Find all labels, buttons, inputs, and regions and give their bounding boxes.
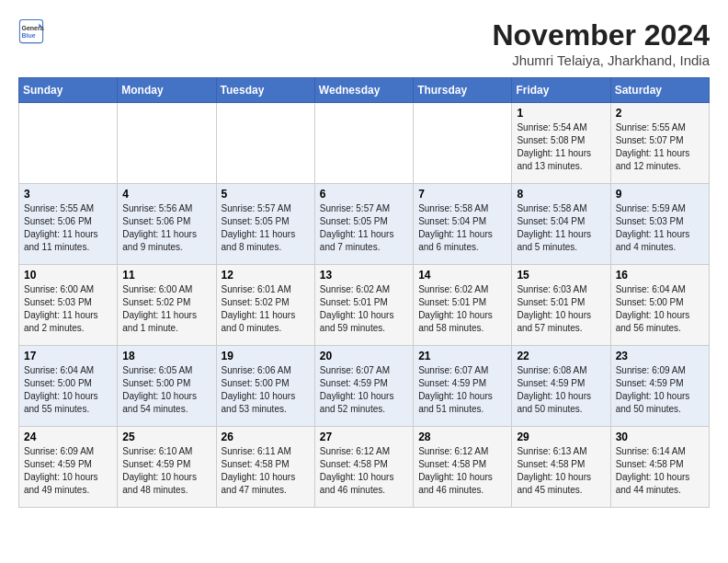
day-number: 29	[517, 431, 605, 443]
calendar-cell: 18Sunrise: 6:05 AM Sunset: 5:00 PM Dayli…	[118, 346, 216, 427]
day-info: Sunrise: 5:58 AM Sunset: 5:04 PM Dayligh…	[418, 202, 506, 254]
day-info: Sunrise: 5:57 AM Sunset: 5:05 PM Dayligh…	[222, 202, 310, 254]
day-info: Sunrise: 6:01 AM Sunset: 5:02 PM Dayligh…	[222, 283, 310, 335]
day-info: Sunrise: 6:06 AM Sunset: 5:00 PM Dayligh…	[222, 364, 310, 416]
week-row-4: 17Sunrise: 6:04 AM Sunset: 5:00 PM Dayli…	[19, 346, 710, 427]
day-info: Sunrise: 6:05 AM Sunset: 5:00 PM Dayligh…	[122, 364, 210, 416]
day-info: Sunrise: 6:13 AM Sunset: 4:58 PM Dayligh…	[517, 445, 605, 497]
svg-text:Blue: Blue	[22, 32, 36, 39]
day-info: Sunrise: 6:12 AM Sunset: 4:58 PM Dayligh…	[320, 445, 408, 497]
day-number: 17	[24, 350, 112, 362]
week-row-5: 24Sunrise: 6:09 AM Sunset: 4:59 PM Dayli…	[19, 427, 710, 508]
day-info: Sunrise: 6:09 AM Sunset: 4:59 PM Dayligh…	[24, 445, 112, 497]
day-info: Sunrise: 6:04 AM Sunset: 5:00 PM Dayligh…	[24, 364, 112, 416]
calendar-cell: 24Sunrise: 6:09 AM Sunset: 4:59 PM Dayli…	[19, 427, 118, 508]
calendar-cell: 19Sunrise: 6:06 AM Sunset: 5:00 PM Dayli…	[216, 346, 314, 427]
day-number: 25	[122, 431, 210, 443]
day-info: Sunrise: 5:59 AM Sunset: 5:03 PM Dayligh…	[616, 202, 704, 254]
day-number: 4	[122, 188, 210, 201]
day-info: Sunrise: 6:14 AM Sunset: 4:58 PM Dayligh…	[616, 445, 704, 497]
calendar-cell: 1Sunrise: 5:54 AM Sunset: 5:08 PM Daylig…	[512, 103, 610, 184]
calendar-cell: 2Sunrise: 5:55 AM Sunset: 5:07 PM Daylig…	[610, 103, 709, 184]
week-row-1: 1Sunrise: 5:54 AM Sunset: 5:08 PM Daylig…	[19, 103, 710, 184]
calendar-cell	[414, 103, 512, 184]
header-thursday: Thursday	[414, 78, 512, 103]
calendar-cell: 13Sunrise: 6:02 AM Sunset: 5:01 PM Dayli…	[314, 265, 413, 346]
day-info: Sunrise: 6:03 AM Sunset: 5:01 PM Dayligh…	[517, 283, 605, 335]
page-header: General Blue November 2024 Jhumri Telaiy…	[18, 18, 710, 68]
day-info: Sunrise: 6:11 AM Sunset: 4:58 PM Dayligh…	[222, 445, 310, 497]
day-number: 3	[24, 188, 112, 201]
day-number: 10	[24, 269, 112, 282]
day-number: 15	[517, 269, 605, 282]
calendar-cell: 3Sunrise: 5:55 AM Sunset: 5:06 PM Daylig…	[19, 184, 118, 265]
calendar-cell: 26Sunrise: 6:11 AM Sunset: 4:58 PM Dayli…	[216, 427, 314, 508]
day-number: 22	[517, 350, 605, 362]
calendar-cell: 9Sunrise: 5:59 AM Sunset: 5:03 PM Daylig…	[610, 184, 709, 265]
day-info: Sunrise: 6:00 AM Sunset: 5:02 PM Dayligh…	[122, 283, 210, 335]
calendar-cell: 16Sunrise: 6:04 AM Sunset: 5:00 PM Dayli…	[610, 265, 709, 346]
day-number: 24	[24, 431, 112, 443]
day-info: Sunrise: 6:09 AM Sunset: 4:59 PM Dayligh…	[616, 364, 704, 416]
day-info: Sunrise: 5:58 AM Sunset: 5:04 PM Dayligh…	[517, 202, 605, 254]
day-number: 27	[320, 431, 408, 443]
calendar-cell: 14Sunrise: 6:02 AM Sunset: 5:01 PM Dayli…	[414, 265, 512, 346]
calendar-cell: 30Sunrise: 6:14 AM Sunset: 4:58 PM Dayli…	[610, 427, 709, 508]
month-title: November 2024	[492, 18, 710, 52]
calendar-cell: 12Sunrise: 6:01 AM Sunset: 5:02 PM Dayli…	[216, 265, 314, 346]
location-subtitle: Jhumri Telaiya, Jharkhand, India	[492, 52, 710, 68]
calendar-cell	[216, 103, 314, 184]
calendar-cell: 25Sunrise: 6:10 AM Sunset: 4:59 PM Dayli…	[118, 427, 216, 508]
calendar-header: SundayMondayTuesdayWednesdayThursdayFrid…	[19, 78, 710, 103]
calendar-table: SundayMondayTuesdayWednesdayThursdayFrid…	[18, 77, 710, 508]
day-number: 26	[222, 431, 310, 443]
day-number: 6	[320, 188, 408, 201]
logo-icon: General Blue	[18, 18, 44, 44]
calendar-cell: 15Sunrise: 6:03 AM Sunset: 5:01 PM Dayli…	[512, 265, 610, 346]
calendar-cell: 10Sunrise: 6:00 AM Sunset: 5:03 PM Dayli…	[19, 265, 118, 346]
calendar-cell: 28Sunrise: 6:12 AM Sunset: 4:58 PM Dayli…	[414, 427, 512, 508]
header-saturday: Saturday	[610, 78, 709, 103]
day-info: Sunrise: 6:07 AM Sunset: 4:59 PM Dayligh…	[418, 364, 506, 416]
day-number: 9	[616, 188, 704, 201]
day-info: Sunrise: 5:57 AM Sunset: 5:05 PM Dayligh…	[320, 202, 408, 254]
day-number: 30	[616, 431, 704, 443]
week-row-2: 3Sunrise: 5:55 AM Sunset: 5:06 PM Daylig…	[19, 184, 710, 265]
calendar-cell	[19, 103, 118, 184]
calendar-cell: 22Sunrise: 6:08 AM Sunset: 4:59 PM Dayli…	[512, 346, 610, 427]
day-info: Sunrise: 6:10 AM Sunset: 4:59 PM Dayligh…	[122, 445, 210, 497]
day-number: 5	[222, 188, 310, 201]
day-info: Sunrise: 6:08 AM Sunset: 4:59 PM Dayligh…	[517, 364, 605, 416]
calendar-cell: 4Sunrise: 5:56 AM Sunset: 5:06 PM Daylig…	[118, 184, 216, 265]
title-area: November 2024 Jhumri Telaiya, Jharkhand,…	[492, 18, 710, 68]
day-number: 1	[517, 107, 605, 120]
day-number: 21	[418, 350, 506, 362]
calendar-cell	[118, 103, 216, 184]
header-tuesday: Tuesday	[216, 78, 314, 103]
day-info: Sunrise: 6:02 AM Sunset: 5:01 PM Dayligh…	[418, 283, 506, 335]
calendar-cell: 5Sunrise: 5:57 AM Sunset: 5:05 PM Daylig…	[216, 184, 314, 265]
day-number: 11	[122, 269, 210, 282]
day-info: Sunrise: 6:00 AM Sunset: 5:03 PM Dayligh…	[24, 283, 112, 335]
calendar-body: 1Sunrise: 5:54 AM Sunset: 5:08 PM Daylig…	[19, 103, 710, 508]
logo: General Blue	[18, 18, 44, 44]
calendar-cell: 6Sunrise: 5:57 AM Sunset: 5:05 PM Daylig…	[314, 184, 413, 265]
day-info: Sunrise: 6:07 AM Sunset: 4:59 PM Dayligh…	[320, 364, 408, 416]
calendar-cell: 8Sunrise: 5:58 AM Sunset: 5:04 PM Daylig…	[512, 184, 610, 265]
day-number: 2	[616, 107, 704, 120]
calendar-cell: 11Sunrise: 6:00 AM Sunset: 5:02 PM Dayli…	[118, 265, 216, 346]
header-friday: Friday	[512, 78, 610, 103]
day-number: 7	[418, 188, 506, 201]
calendar-cell: 20Sunrise: 6:07 AM Sunset: 4:59 PM Dayli…	[314, 346, 413, 427]
calendar-cell: 29Sunrise: 6:13 AM Sunset: 4:58 PM Dayli…	[512, 427, 610, 508]
day-number: 16	[616, 269, 704, 282]
calendar-cell: 21Sunrise: 6:07 AM Sunset: 4:59 PM Dayli…	[414, 346, 512, 427]
calendar-cell: 27Sunrise: 6:12 AM Sunset: 4:58 PM Dayli…	[314, 427, 413, 508]
day-number: 19	[222, 350, 310, 362]
day-info: Sunrise: 5:55 AM Sunset: 5:06 PM Dayligh…	[24, 202, 112, 254]
day-info: Sunrise: 6:02 AM Sunset: 5:01 PM Dayligh…	[320, 283, 408, 335]
calendar-cell: 23Sunrise: 6:09 AM Sunset: 4:59 PM Dayli…	[610, 346, 709, 427]
header-monday: Monday	[118, 78, 216, 103]
calendar-cell	[314, 103, 413, 184]
day-info: Sunrise: 6:12 AM Sunset: 4:58 PM Dayligh…	[418, 445, 506, 497]
